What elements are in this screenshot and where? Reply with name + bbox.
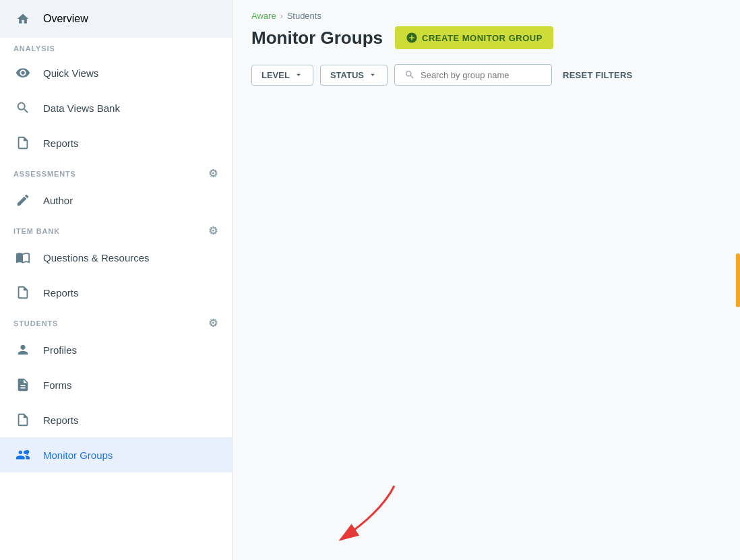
quick-views-label: Quick Views [43,67,98,79]
sidebar-item-monitor-groups[interactable]: Monitor Groups [0,437,232,472]
sidebar-item-data-views-bank[interactable]: Data Views Bank [0,90,232,125]
students-section: STUDENTS ⚙ [0,310,232,332]
sidebar-item-forms[interactable]: Forms [0,367,232,402]
reset-filters-button[interactable]: RESET FILTERS [563,70,633,80]
students-gear-icon[interactable]: ⚙ [208,317,218,330]
monitor-groups-label: Monitor Groups [43,449,113,461]
forms-label: Forms [43,379,72,391]
level-filter-button[interactable]: LEVEL [251,65,313,86]
annotation-arrow [273,472,421,553]
breadcrumb-current: Students [287,11,321,21]
search-icon [404,69,415,80]
page-title: Monitor Groups [251,28,383,49]
status-chevron-down-icon [368,70,377,80]
sidebar-item-overview[interactable]: Overview [0,0,232,38]
sidebar-item-itembank-reports[interactable]: Reports [0,275,232,310]
author-icon [13,191,32,210]
analysis-reports-label: Reports [43,137,79,149]
analysis-section: ANALYSIS [0,38,232,55]
search-input[interactable] [421,70,542,80]
scrollbar-indicator [736,253,740,307]
questions-label: Questions & Resources [43,252,150,263]
sidebar-item-profiles[interactable]: Profiles [0,332,232,367]
data-views-label: Data Views Bank [43,102,120,114]
item-bank-section: ITEM BANK ⚙ [0,218,232,240]
questions-icon [13,248,32,267]
monitor-groups-icon [13,445,32,464]
students-reports-label: Reports [43,414,79,426]
plus-circle-icon [406,32,418,44]
level-chevron-down-icon [294,70,303,80]
overview-label: Overview [43,13,88,25]
profiles-label: Profiles [43,344,77,356]
forms-icon [13,375,32,394]
page-header: Monitor Groups CREATE MONITOR GROUP [233,24,740,60]
sidebar-item-analysis-reports[interactable]: Reports [0,125,232,160]
sidebar-item-students-reports[interactable]: Reports [0,402,232,437]
create-monitor-group-button[interactable]: CREATE MONITOR GROUP [395,26,553,49]
data-views-icon [13,98,32,117]
breadcrumb: Aware › Students [233,0,740,24]
breadcrumb-root[interactable]: Aware [251,11,276,21]
sidebar-item-quick-views[interactable]: Quick Views [0,55,232,90]
main-content: Aware › Students Monitor Groups CREATE M… [233,0,740,560]
sidebar-item-author[interactable]: Author [0,183,232,218]
analysis-reports-icon [13,133,32,152]
item-bank-gear-icon[interactable]: ⚙ [208,224,218,237]
sidebar-item-questions-resources[interactable]: Questions & Resources [0,240,232,275]
itembank-reports-icon [13,283,32,302]
filters-bar: LEVEL STATUS RESET FILTERS [233,60,740,95]
assessments-section: ASSESSMENTS ⚙ [0,160,232,183]
status-filter-button[interactable]: STATUS [320,65,388,86]
quick-views-icon [13,63,32,82]
assessments-gear-icon[interactable]: ⚙ [208,167,218,180]
sidebar: Overview ANALYSIS Quick Views Data Views… [0,0,233,560]
students-reports-icon [13,410,32,429]
breadcrumb-chevron: › [280,11,283,21]
itembank-reports-label: Reports [43,287,79,299]
svg-point-0 [26,450,29,454]
search-box [394,64,552,86]
home-icon [13,9,32,28]
profiles-icon [13,340,32,359]
author-label: Author [43,195,73,206]
